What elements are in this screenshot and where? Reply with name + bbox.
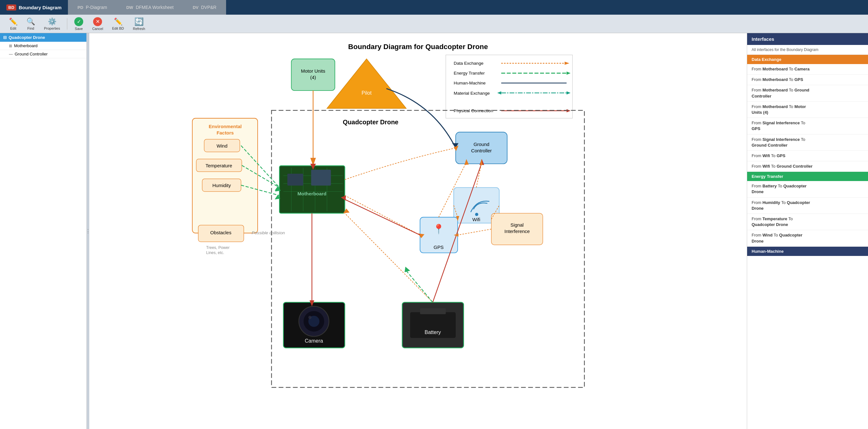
refresh-icon: 🔄 — [134, 17, 144, 26]
save-label: Save — [75, 27, 83, 31]
interface-mb-gps[interactable]: From Motherboard To GPS — [747, 74, 868, 85]
motor-units-label2: (4) — [310, 75, 316, 80]
dw-label: DFMEA Worksheet — [136, 5, 174, 10]
wifi-dot — [475, 213, 478, 216]
ground-controller-label2: Controller — [471, 148, 492, 153]
interface-humidity-drone[interactable]: From Humidity To QuadcopterDrone — [747, 198, 868, 214]
interface-wind-drone[interactable]: From Wind To QuadcopterDrone — [747, 230, 868, 246]
save-icon: ✓ — [74, 17, 83, 26]
cancel-button[interactable]: ✕ Cancel — [88, 16, 107, 32]
legend-human-machine-label: Human-Machine — [454, 80, 486, 86]
interfaces-subheader: All interfaces for the Boundary Diagram — [747, 45, 868, 55]
tree-item-ground-controller[interactable]: — Ground Controller — [0, 50, 86, 58]
legend-material-exchange-label: Material Exchange — [454, 91, 490, 96]
wifi-label: Wifi — [472, 217, 480, 222]
toolbar: ✏️ Edit 🔍 Find ⚙️ Properties ✓ Save ✕ Ca… — [0, 15, 868, 33]
left-panel: ⊟ Quadcopter Drone ⊞ Motherboard — Groun… — [0, 33, 87, 429]
edit-bd-icon: ✏️ — [114, 18, 122, 26]
legend-data-exchange-label: Data Exchange — [454, 61, 484, 66]
system-label: Quadcopter Drone — [343, 119, 398, 126]
dv-badge: DV — [193, 5, 198, 10]
tree-item-motherboard[interactable]: ⊞ Motherboard — [0, 42, 86, 50]
tree-expand-icon: ⊞ — [9, 44, 12, 48]
bd-label: Boundary Diagram — [19, 5, 62, 10]
diagram-svg: Boundary Diagram for Quadcopter Drone Da… — [89, 33, 747, 429]
main-layout: ⊟ Quadcopter Drone ⊞ Motherboard — Groun… — [0, 33, 868, 429]
camera-label: Camera — [305, 338, 323, 343]
edit-label: Edit — [10, 27, 16, 30]
pencil-icon: ✏️ — [9, 18, 18, 26]
battery-top — [420, 308, 446, 314]
right-panel: Interfaces All interfaces for the Bounda… — [747, 33, 868, 429]
battery-to-mb-line — [345, 213, 433, 302]
panel-divider[interactable] — [87, 33, 89, 429]
interface-wifi-gps[interactable]: From Wifi To GPS — [747, 151, 868, 161]
legend-energy-transfer-label: Energy Transfer — [454, 71, 485, 75]
tab-dvpr[interactable]: DV DVP&R — [183, 0, 226, 15]
pd-badge: PD — [78, 5, 83, 10]
cancel-label: Cancel — [92, 27, 103, 31]
battery-energy-arrow — [405, 267, 410, 272]
env-factors-title2: Factors — [217, 130, 234, 135]
top-navigation: BD Boundary Diagram PD P-Diagram DW DFME… — [0, 0, 868, 15]
env-factors-title: Environmental — [209, 124, 241, 129]
pilot-label: Pilot — [362, 90, 372, 96]
toolbar-separator — [67, 18, 67, 30]
humidity-label: Humidity — [212, 183, 231, 188]
interface-mb-gc[interactable]: From Motherboard To GroundController — [747, 85, 868, 101]
signal-interference-label2: Interference — [504, 229, 530, 234]
tab-boundary-diagram[interactable]: BD Boundary Diagram — [0, 0, 68, 15]
signal-interference-label: Signal — [510, 223, 524, 228]
dw-badge: DW — [126, 5, 133, 10]
interface-wifi-gc[interactable]: From Wifi To Ground Controller — [747, 161, 868, 172]
tab-dfmea[interactable]: DW DFMEA Worksheet — [117, 0, 183, 15]
si-to-gps-line — [458, 229, 491, 235]
legend-physical-conn-label: Physical Connection — [454, 108, 493, 113]
gps-icon: 📍 — [433, 224, 445, 235]
cancel-icon: ✕ — [93, 17, 102, 26]
tree-ground-controller-label: Ground Controller — [15, 52, 48, 57]
dv-label: DVP&R — [201, 5, 216, 10]
tree-root-label: Quadcopter Drone — [9, 35, 45, 40]
tree-root[interactable]: ⊟ Quadcopter Drone — [0, 33, 86, 42]
interface-si-gps[interactable]: From Signal Interference ToGPS — [747, 118, 868, 134]
motor-units-label: Motor Units — [301, 68, 325, 74]
battery-label: Battery — [425, 329, 441, 335]
properties-label: Properties — [44, 27, 60, 30]
gps-to-mb-line — [345, 200, 420, 235]
battery-energy-line — [406, 271, 433, 302]
interface-mb-motor[interactable]: From Motherboard To MotorUnits (4) — [747, 102, 868, 118]
obstacles-sub-label2: Lines, etc. — [206, 251, 224, 255]
mb-to-gps-line — [345, 195, 420, 235]
obstacles-label: Obstacles — [210, 230, 231, 235]
obstacles-sub-label: Trees, Power — [206, 245, 229, 250]
pcb-chip2 — [311, 170, 331, 186]
interface-mb-camera[interactable]: From Motherboard To Camera — [747, 64, 868, 74]
possible-collision-label: Possible collision — [252, 230, 285, 235]
temperature-label: Temperature — [205, 163, 232, 168]
mb-to-gc-line — [345, 148, 456, 179]
canvas-area: Boundary Diagram for Quadcopter Drone Da… — [89, 33, 747, 429]
tree-dash-icon: — — [9, 52, 13, 57]
tree-collapse-icon: ⊟ — [3, 35, 7, 40]
tab-p-diagram[interactable]: PD P-Diagram — [68, 0, 117, 15]
edit-button[interactable]: ✏️ Edit — [5, 16, 21, 32]
motherboard-label: Motherboard — [298, 191, 327, 196]
properties-icon: ⚙️ — [48, 18, 57, 26]
env-factors-box — [192, 118, 258, 233]
save-button[interactable]: ✓ Save — [70, 16, 87, 32]
interface-temperature-drone[interactable]: From Temperature ToQuadcopter Drone — [747, 214, 868, 230]
edit-bd-button[interactable]: ✏️ Edit BD — [108, 16, 128, 32]
pcb-chip1 — [287, 174, 303, 186]
human-machine-header: Human-Machine — [747, 247, 868, 256]
pd-label: P-Diagram — [86, 5, 107, 10]
diagram-title: Boundary Diagram for Quadcopter Drone — [348, 43, 488, 51]
refresh-button[interactable]: 🔄 Refresh — [129, 16, 149, 32]
data-exchange-header: Data Exchange — [747, 55, 868, 64]
pilot-node[interactable] — [327, 59, 406, 108]
find-button[interactable]: 🔍 Find — [23, 16, 39, 32]
interface-si-gc[interactable]: From Signal Interference ToGround Contro… — [747, 134, 868, 151]
properties-button[interactable]: ⚙️ Properties — [40, 16, 64, 32]
find-label: Find — [27, 27, 34, 30]
interface-battery-drone[interactable]: From Battery To QuadcopterDrone — [747, 181, 868, 197]
